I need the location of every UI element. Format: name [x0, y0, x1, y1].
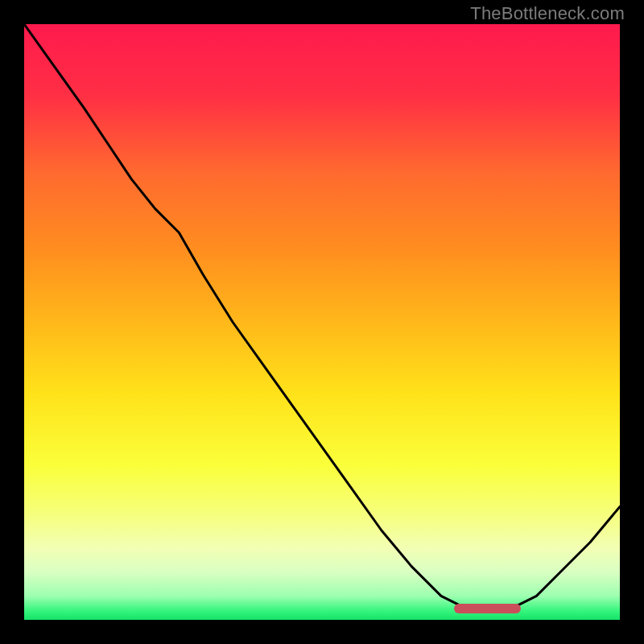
- gradient-background: [24, 24, 620, 620]
- watermark: TheBottleneck.com: [470, 3, 625, 24]
- optimal-marker: [454, 604, 521, 613]
- plot-area: [24, 24, 620, 620]
- chart-wrap: TheBottleneck.com: [0, 0, 644, 644]
- gradient-rect: [24, 24, 620, 620]
